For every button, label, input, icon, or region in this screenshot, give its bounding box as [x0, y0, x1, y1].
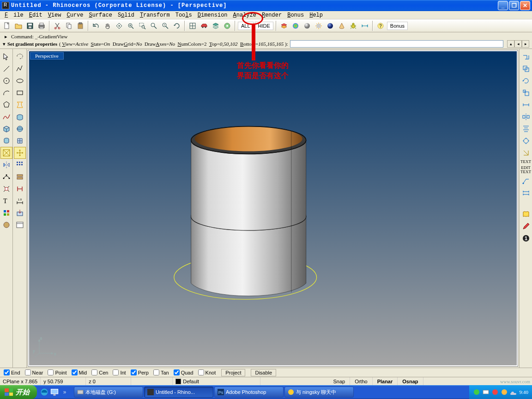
- points-on-icon[interactable]: [0, 171, 12, 183]
- bug-icon[interactable]: [348, 21, 358, 31]
- bonus-toolbar-button[interactable]: Bonus: [387, 22, 408, 30]
- osnap-tan[interactable]: Tan: [153, 369, 169, 375]
- rectangle-icon[interactable]: [14, 87, 26, 99]
- line-icon[interactable]: [0, 63, 12, 75]
- print-icon[interactable]: [36, 21, 47, 31]
- properties-icon[interactable]: [222, 21, 232, 31]
- align-icon[interactable]: [520, 123, 532, 135]
- import-icon[interactable]: [14, 207, 26, 219]
- osnap-disable-button[interactable]: Disable: [251, 369, 276, 376]
- ellipse-icon[interactable]: [14, 75, 26, 87]
- command-history-chevron-icon[interactable]: ▸: [3, 33, 9, 40]
- join-icon[interactable]: [14, 183, 26, 195]
- status-layer[interactable]: Default: [173, 377, 260, 385]
- osnap-near[interactable]: Near: [25, 369, 43, 375]
- save-icon[interactable]: [25, 21, 35, 31]
- text-label[interactable]: TEXT: [520, 159, 531, 165]
- lasso-icon[interactable]: [14, 51, 26, 63]
- sun-sphere-icon[interactable]: [314, 21, 324, 31]
- four-viewport-icon[interactable]: [187, 21, 198, 31]
- task-photoshop[interactable]: PsAdobe Photoshop: [214, 387, 284, 398]
- surface-icon[interactable]: [14, 111, 26, 123]
- menu-help[interactable]: Help: [307, 12, 326, 18]
- cmd-scroll-right-icon[interactable]: ▸: [522, 40, 529, 48]
- render-icon[interactable]: [0, 219, 12, 231]
- tray-icon-1[interactable]: [473, 388, 480, 396]
- osnap-project-button[interactable]: Project: [221, 369, 245, 376]
- dimension-tool-icon[interactable]: 1.0: [14, 195, 26, 207]
- zoom-selected-icon[interactable]: [160, 21, 170, 31]
- circle-icon[interactable]: [0, 75, 12, 87]
- command-chevron-icon[interactable]: ▾: [3, 41, 6, 47]
- scale1d-icon[interactable]: [520, 99, 532, 111]
- tray-icon-2[interactable]: [482, 388, 490, 396]
- polygon-icon[interactable]: [0, 99, 12, 111]
- open-file-icon[interactable]: [13, 21, 24, 31]
- book-icon[interactable]: [520, 208, 532, 220]
- osnap-perp[interactable]: Perp: [131, 369, 149, 375]
- task-chat[interactable]: 与 ningsky 聊天中: [284, 387, 354, 398]
- mirror-icon[interactable]: [0, 159, 12, 171]
- orient-icon[interactable]: [520, 135, 532, 147]
- menu-solid[interactable]: Solid: [115, 12, 137, 18]
- dim-icon[interactable]: [360, 21, 370, 31]
- scale2d-icon[interactable]: [520, 147, 532, 159]
- viewport-perspective[interactable]: Perspective 首先你看看你的 界面是否有这个: [29, 51, 517, 365]
- freeform-icon[interactable]: [0, 111, 12, 123]
- array-icon[interactable]: [14, 159, 26, 171]
- polyline-icon[interactable]: [14, 63, 26, 75]
- cmd-scroll-left-icon[interactable]: ◂: [514, 40, 522, 48]
- pan-icon[interactable]: [103, 21, 113, 31]
- osnap-knot[interactable]: Knot: [198, 369, 216, 375]
- show-layers-icon[interactable]: [279, 21, 289, 31]
- dim2-icon[interactable]: [520, 187, 532, 199]
- trim-icon[interactable]: [0, 183, 12, 195]
- copy-icon[interactable]: [64, 21, 74, 31]
- osnap-mid[interactable]: Mid: [72, 369, 87, 375]
- menu-dimension[interactable]: Dimension: [195, 12, 230, 18]
- menu-render[interactable]: Render: [259, 12, 284, 18]
- scale-icon[interactable]: [520, 87, 532, 99]
- grey-sphere-icon[interactable]: [302, 21, 312, 31]
- car-icon[interactable]: [199, 21, 209, 31]
- help-icon[interactable]: ?: [375, 21, 386, 31]
- ie-icon[interactable]: [40, 387, 49, 397]
- tray-weather-icon[interactable]: [510, 388, 517, 396]
- edit-text-label[interactable]: EDITTEXT: [520, 165, 531, 175]
- menu-view[interactable]: View: [45, 12, 64, 18]
- menu-tools[interactable]: Tools: [173, 12, 195, 18]
- cone-icon[interactable]: [337, 21, 347, 31]
- osnap-cen[interactable]: Cen: [91, 369, 108, 375]
- transform-icon[interactable]: [14, 147, 26, 159]
- zoom-extents-icon[interactable]: [149, 21, 159, 31]
- undo-icon[interactable]: [91, 21, 101, 31]
- stretch-icon[interactable]: [14, 171, 26, 183]
- sphere-icon[interactable]: [14, 123, 26, 135]
- hatch-icon[interactable]: [0, 207, 12, 219]
- tray-icon-3[interactable]: [491, 388, 499, 396]
- leader-icon[interactable]: [520, 175, 532, 187]
- tray-clock[interactable]: 9:40: [519, 389, 528, 395]
- cut-icon[interactable]: [52, 21, 62, 31]
- menu-transform[interactable]: Transform: [137, 12, 173, 18]
- menu-bonus[interactable]: Bonus: [284, 12, 307, 18]
- menu-surface[interactable]: Surface: [86, 12, 115, 18]
- copy-obj-icon[interactable]: [520, 63, 532, 75]
- status-planar[interactable]: Planar: [373, 377, 398, 385]
- menu-file[interactable]: File: [2, 12, 26, 18]
- ql-chevron-icon[interactable]: »: [60, 387, 69, 397]
- status-snap[interactable]: Snap: [328, 377, 350, 385]
- arc-icon[interactable]: [0, 87, 12, 99]
- maximize-button[interactable]: ❐: [509, 1, 519, 10]
- cmd-scroll-up-icon[interactable]: ▴: [507, 40, 514, 48]
- rotate-obj-icon[interactable]: [520, 75, 532, 87]
- all-button[interactable]: ALL: [238, 22, 254, 30]
- osnap-end[interactable]: End: [4, 369, 20, 375]
- osnap-quad[interactable]: Quad: [174, 369, 193, 375]
- status-ortho[interactable]: Ortho: [350, 377, 373, 385]
- cylinder-icon[interactable]: [0, 135, 12, 147]
- move-icon[interactable]: [520, 51, 532, 63]
- command-params[interactable]: ( View=Active State=On DrawGrid=No DrawA…: [59, 41, 288, 47]
- blue-sphere-icon[interactable]: [325, 21, 335, 31]
- hide-button[interactable]: HIDE: [255, 22, 273, 30]
